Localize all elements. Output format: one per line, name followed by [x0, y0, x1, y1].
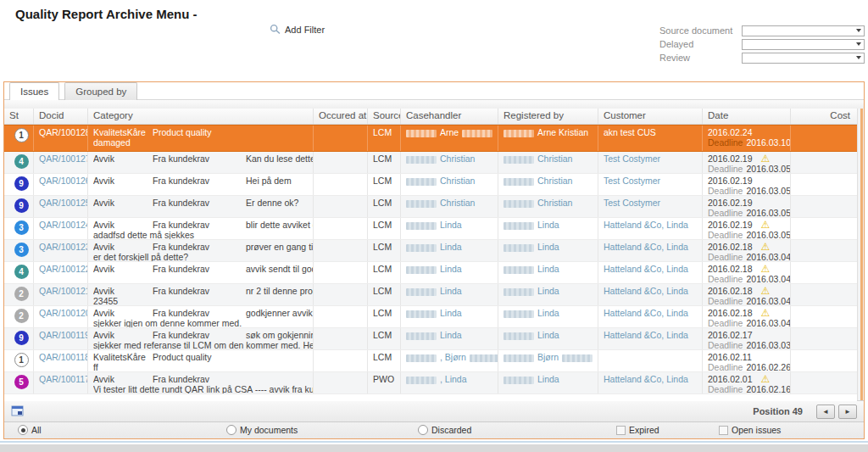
casehandler-name[interactable]: , Linda [440, 374, 467, 384]
casehandler-name[interactable]: Linda [440, 330, 462, 340]
cost-cell [790, 152, 857, 173]
add-filter-label: Add Filter [285, 25, 325, 35]
next-page-button[interactable]: ► [838, 405, 857, 419]
docid-link[interactable]: QAR/100118 [39, 352, 87, 362]
table-row[interactable]: 2 QAR/100121 Avvik Fra kundekrav nr 2 ti… [4, 284, 857, 306]
docid-link[interactable]: QAR/100119 [39, 330, 87, 340]
docid-link[interactable]: QAR/100117 [39, 374, 87, 384]
table-row[interactable]: 9 QAR/100125 Avvik Fra kundekrav Er denn… [4, 196, 857, 218]
casehandler-cell: Arne [400, 126, 498, 151]
source-document-select[interactable] [742, 25, 865, 36]
casehandler-name[interactable]: Linda [440, 264, 462, 274]
table-row[interactable]: 1 QAR/100118 KvalitetsKåre Product quali… [4, 350, 857, 372]
registered-by-name[interactable]: Arne Kristian [537, 127, 588, 137]
vertical-scrollbar[interactable] [857, 109, 864, 400]
radio-all[interactable]: All [18, 425, 42, 435]
radio-my-documents[interactable]: My documents [226, 425, 298, 435]
customer-link[interactable]: Hatteland &Co, Linda [604, 242, 688, 252]
checkbox-open-issues[interactable]: Open issues [719, 425, 781, 435]
customer-link[interactable]: Hatteland &Co, Linda [604, 330, 688, 340]
previous-page-button[interactable]: ◄ [816, 405, 835, 419]
issues-panel: Issues Grouped by St Docid Category Occu… [3, 81, 865, 439]
docid-link[interactable]: QAR/100121 [39, 286, 87, 296]
column-header-st[interactable]: St [4, 109, 33, 124]
registered-by-name[interactable]: Linda [537, 220, 559, 230]
registered-by-name[interactable]: Linda [537, 264, 559, 274]
cost-cell [790, 196, 857, 217]
table-row[interactable]: 5 QAR/100117 Avvik Fra kundekrav Vi test… [4, 372, 857, 394]
docid-link[interactable]: QAR/100120 [39, 308, 87, 318]
docid-link[interactable]: QAR/100126 [39, 176, 87, 186]
registered-by-name[interactable]: Linda [537, 330, 559, 340]
registered-by-name[interactable]: Christian [537, 153, 572, 164]
registered-by-name[interactable]: Bjørn [537, 352, 559, 362]
casehandler-name[interactable]: Christian [440, 176, 475, 186]
deadline-date: 2016.03.05 [746, 208, 790, 217]
customer-link[interactable]: Hatteland &Co, Linda [604, 264, 688, 274]
delayed-select[interactable] [742, 39, 865, 50]
table-row[interactable]: 3 QAR/100124 Avvik Fra kundekrav blir de… [4, 218, 857, 240]
table-row[interactable]: 9 QAR/100119 Avvik Fra kundekrav søk om … [4, 328, 857, 350]
docid-link[interactable]: QAR/100125 [39, 198, 87, 208]
checkbox-expired[interactable]: Expired [616, 425, 659, 435]
casehandler-name[interactable]: Christian [440, 153, 475, 164]
casehandler-name[interactable]: Christian [440, 198, 475, 208]
casehandler-name[interactable]: Linda [440, 220, 462, 230]
docid-link[interactable]: QAR/100123 [39, 242, 87, 252]
docid-link[interactable]: QAR/100128 [39, 127, 87, 137]
preview-window-icon[interactable] [11, 405, 25, 417]
customer-link[interactable]: Hatteland &Co, Linda [604, 308, 688, 318]
column-header-casehandler[interactable]: Casehandler [400, 109, 498, 124]
review-select[interactable] [742, 53, 865, 64]
column-header-category[interactable]: Category [87, 109, 313, 124]
registered-by-name[interactable]: Linda [537, 286, 559, 296]
tab-grouped-by[interactable]: Grouped by [64, 82, 137, 100]
casehandler-name[interactable]: , Bjørn [440, 352, 466, 362]
table-row[interactable]: 4 QAR/100127 Avvik Fra kundekrav Kan du … [4, 152, 857, 174]
deadline-date: 2016.03.04 [746, 318, 790, 327]
occured-at-cell [313, 328, 367, 349]
column-header-registered-by[interactable]: Registered by [498, 109, 598, 124]
column-header-occured-at[interactable]: Occured at [313, 109, 367, 124]
registered-by-name[interactable]: Linda [537, 308, 559, 318]
registered-by-name[interactable]: Christian [537, 198, 572, 208]
occured-at-cell [313, 152, 367, 173]
table-row[interactable]: 2 QAR/100120 Avvik Fra kundekrav godkjen… [4, 306, 857, 328]
casehandler-name[interactable]: Linda [440, 242, 462, 252]
customer-link[interactable]: Test Costymer [604, 198, 660, 208]
occured-at-cell [313, 218, 367, 239]
redacted-name [406, 156, 437, 164]
scrollbar-thumb[interactable] [860, 109, 863, 400]
customer-link[interactable]: Hatteland &Co, Linda [604, 374, 688, 384]
registered-by-name[interactable]: Christian [537, 176, 572, 186]
registered-by-name[interactable]: Linda [537, 242, 559, 252]
table-row[interactable]: 4 QAR/100122 Avvik Fra kundekrav avvik s… [4, 262, 857, 284]
customer-link[interactable]: Test Costymer [604, 176, 660, 186]
customer-link[interactable]: akn test CUS [604, 127, 656, 137]
docid-link[interactable]: QAR/100122 [39, 264, 87, 274]
customer-link[interactable]: Hatteland &Co, Linda [604, 220, 688, 230]
table-row[interactable]: 1 QAR/100128 KvalitetsKåre Product quali… [4, 125, 857, 152]
casehandler-cell: Linda [400, 306, 498, 327]
column-header-date[interactable]: Date [702, 109, 790, 124]
casehandler-name[interactable]: Linda [440, 308, 462, 318]
registered-by-name[interactable]: Linda [537, 374, 559, 384]
column-header-customer[interactable]: Customer [598, 109, 702, 124]
customer-link[interactable]: Test Costymer [604, 153, 660, 164]
radio-discarded[interactable]: Discarded [418, 425, 471, 435]
table-row[interactable]: 9 QAR/100126 Avvik Fra kundekrav Hei på … [4, 174, 857, 196]
column-header-docid[interactable]: Docid [33, 109, 87, 124]
column-header-cost[interactable]: Cost [790, 109, 857, 124]
casehandler-name[interactable]: Linda [440, 286, 462, 296]
date-cell: 2016.02.11 ⚠ Deadline2016.02.26 [702, 350, 790, 371]
docid-link[interactable]: QAR/100127 [39, 153, 87, 164]
table-row[interactable]: 3 QAR/100123 Avvik Fra kundekrav prøver … [4, 240, 857, 262]
tab-issues[interactable]: Issues [9, 82, 59, 100]
casehandler-name[interactable]: Arne [440, 127, 459, 137]
column-header-source[interactable]: Source [367, 109, 400, 124]
docid-link[interactable]: QAR/100124 [39, 220, 87, 230]
add-filter-button[interactable]: Add Filter [270, 24, 325, 35]
registered-by-cell: Arne Kristian [498, 126, 598, 151]
registered-date: 2016.02.19 [708, 153, 753, 164]
customer-link[interactable]: Hatteland &Co, Linda [604, 286, 688, 296]
